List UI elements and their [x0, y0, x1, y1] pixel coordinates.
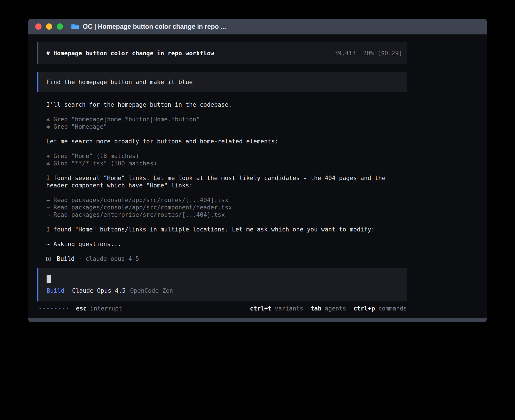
shortcut-commands: ctrl+p commands: [353, 305, 407, 312]
app-window: OC | Homepage button color change in rep…: [28, 19, 487, 322]
tool-call-read: → Read packages/console/app/src/componen…: [46, 204, 407, 211]
agent-status-line: Build · claude-opus-4-5: [46, 255, 407, 262]
spacer: [46, 233, 407, 240]
user-message-text: Find the homepage button and make it blu…: [46, 79, 193, 86]
titlebar[interactable]: OC | Homepage button color change in rep…: [28, 19, 487, 34]
shortcut-variants: ctrl+t variants: [250, 305, 303, 312]
prompt-input[interactable]: Build Claude Opus 4.5 OpenCode Zen: [37, 268, 407, 301]
session-title: # Homepage button color change in repo w…: [46, 50, 214, 57]
shortcut-key: ctrl+p: [353, 305, 375, 312]
session-header: # Homepage button color change in repo w…: [37, 42, 407, 64]
spacer: [46, 145, 407, 152]
assistant-status: ~ Asking questions...: [46, 240, 407, 248]
agent-task-icon: [46, 257, 51, 261]
traffic-lights: [35, 23, 63, 30]
spinner-dots-icon: [40, 308, 68, 309]
assistant-text: I'll search for the homepage button in t…: [46, 101, 407, 108]
content-column: # Homepage button color change in repo w…: [37, 42, 407, 312]
window-bottom-edge: [28, 318, 487, 322]
shortcut-hints: ctrl+t variants tab agents ctrl+p comman…: [250, 305, 407, 312]
token-count: 39,413: [334, 50, 356, 57]
context-cost: 20% ($0.29): [363, 50, 402, 57]
esc-key: esc: [76, 305, 87, 312]
spacer: [46, 130, 407, 138]
agent-mode-label: Build: [47, 287, 64, 294]
folder-icon: [71, 23, 79, 30]
assistant-text: I found "Home" buttons/links in multiple…: [46, 226, 407, 233]
provider-label: OpenCode Zen: [130, 287, 173, 294]
zoom-button[interactable]: [57, 23, 63, 30]
tool-call-grep: ✱ Grep "Home" (18 matches): [46, 152, 407, 160]
agent-name: Build: [57, 255, 75, 262]
tool-call-glob: ✱ Glob "**/*.tsx" (100 matches): [46, 160, 407, 167]
separator-dot: ·: [78, 255, 82, 262]
spacer: [46, 108, 407, 116]
tool-call-grep: ✱ Grep "homepage|home.*button|Home.*butt…: [46, 116, 407, 123]
shortcut-label: agents: [325, 305, 346, 312]
user-message: Find the homepage button and make it blu…: [37, 72, 407, 92]
tool-call-grep: ✱ Grep "Homepage": [46, 123, 407, 130]
spacer: [46, 189, 407, 196]
tool-call-read: → Read packages/enterprise/src/routes/[.…: [46, 211, 407, 218]
esc-shortcut: esc interrupt: [76, 305, 122, 312]
agent-model: claude-opus-4-5: [86, 255, 139, 262]
title-group: OC | Homepage button color change in rep…: [71, 23, 226, 30]
window-title: OC | Homepage button color change in rep…: [83, 23, 226, 30]
shortcut-label: variants: [275, 305, 303, 312]
input-footer: Build Claude Opus 4.5 OpenCode Zen: [47, 287, 407, 294]
conversation: I'll search for the homepage button in t…: [37, 101, 407, 262]
shortcut-agents: tab agents: [311, 305, 346, 312]
close-button[interactable]: [35, 23, 42, 30]
esc-label: interrupt: [90, 305, 122, 312]
spacer: [46, 218, 407, 226]
shortcut-key: ctrl+t: [250, 305, 271, 312]
spacer: [46, 167, 407, 174]
minimize-button[interactable]: [46, 23, 52, 30]
model-label: Claude Opus 4.5: [72, 287, 126, 294]
text-cursor: [47, 275, 51, 283]
terminal-view: # Homepage button color change in repo w…: [28, 34, 487, 318]
assistant-text: I found several "Home" links. Let me loo…: [46, 174, 407, 189]
shortcut-label: commands: [378, 305, 407, 312]
shortcut-key: tab: [311, 305, 321, 312]
assistant-text: Let me search more broadly for buttons a…: [46, 138, 407, 145]
status-bar: esc interrupt ctrl+t variants tab agents…: [37, 305, 407, 312]
tool-call-read: → Read packages/console/app/src/routes/[…: [46, 196, 407, 204]
spacer: [46, 248, 407, 255]
session-stats: 39,413 20% ($0.29): [334, 50, 402, 57]
